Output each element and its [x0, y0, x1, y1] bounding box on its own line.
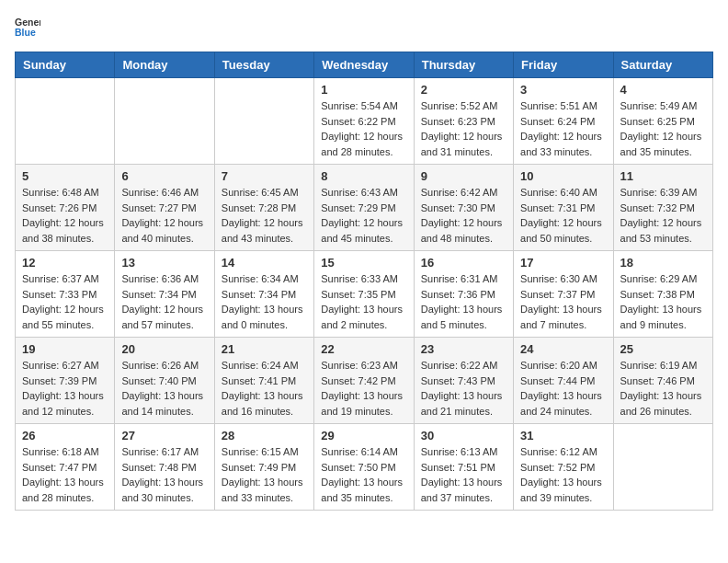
logo: General Blue [15, 15, 40, 40]
calendar-cell: 3Sunrise: 5:51 AMSunset: 6:24 PMDaylight… [514, 78, 613, 165]
calendar-cell: 14Sunrise: 6:34 AMSunset: 7:34 PMDayligh… [214, 251, 313, 338]
day-number: 23 [421, 342, 506, 356]
calendar-cell [115, 78, 214, 165]
day-info: Sunrise: 6:37 AMSunset: 7:33 PMDaylight:… [22, 271, 108, 332]
day-number: 13 [121, 256, 207, 270]
calendar-header-friday: Friday [514, 52, 613, 78]
day-number: 24 [520, 342, 606, 356]
day-number: 7 [222, 169, 307, 183]
day-info: Sunrise: 6:12 AMSunset: 7:52 PMDaylight:… [520, 444, 606, 505]
day-number: 21 [222, 342, 307, 356]
calendar-cell: 13Sunrise: 6:36 AMSunset: 7:34 PMDayligh… [115, 251, 214, 338]
day-info: Sunrise: 6:24 AMSunset: 7:41 PMDaylight:… [222, 358, 307, 419]
day-info: Sunrise: 6:18 AMSunset: 7:47 PMDaylight:… [22, 444, 108, 505]
day-number: 26 [22, 429, 108, 442]
day-info: Sunrise: 6:19 AMSunset: 7:46 PMDaylight:… [620, 358, 706, 419]
day-info: Sunrise: 6:45 AMSunset: 7:28 PMDaylight:… [222, 185, 307, 246]
day-number: 5 [22, 169, 108, 183]
day-info: Sunrise: 6:14 AMSunset: 7:50 PMDaylight:… [321, 444, 406, 505]
day-info: Sunrise: 6:46 AMSunset: 7:27 PMDaylight:… [121, 185, 207, 246]
day-info: Sunrise: 6:48 AMSunset: 7:26 PMDaylight:… [22, 185, 108, 246]
calendar-cell [214, 78, 313, 165]
calendar-cell: 24Sunrise: 6:20 AMSunset: 7:44 PMDayligh… [514, 338, 613, 424]
calendar-cell: 5Sunrise: 6:48 AMSunset: 7:26 PMDaylight… [16, 165, 115, 251]
day-number: 28 [222, 429, 307, 442]
day-info: Sunrise: 6:13 AMSunset: 7:51 PMDaylight:… [421, 444, 506, 505]
day-info: Sunrise: 6:27 AMSunset: 7:39 PMDaylight:… [22, 358, 108, 419]
day-info: Sunrise: 6:15 AMSunset: 7:49 PMDaylight:… [222, 444, 307, 505]
day-info: Sunrise: 5:54 AMSunset: 6:22 PMDaylight:… [321, 98, 406, 159]
calendar-week-row: 1Sunrise: 5:54 AMSunset: 6:22 PMDaylight… [16, 78, 713, 165]
day-number: 17 [520, 256, 606, 270]
calendar-cell: 7Sunrise: 6:45 AMSunset: 7:28 PMDaylight… [214, 165, 313, 251]
day-info: Sunrise: 6:30 AMSunset: 7:37 PMDaylight:… [520, 271, 606, 332]
calendar-cell: 21Sunrise: 6:24 AMSunset: 7:41 PMDayligh… [214, 338, 313, 424]
svg-text:Blue: Blue [15, 27, 36, 38]
calendar-header-row: SundayMondayTuesdayWednesdayThursdayFrid… [16, 52, 713, 78]
day-number: 22 [321, 342, 406, 356]
day-number: 27 [121, 429, 207, 442]
day-info: Sunrise: 6:22 AMSunset: 7:43 PMDaylight:… [421, 358, 506, 419]
day-info: Sunrise: 6:39 AMSunset: 7:32 PMDaylight:… [620, 185, 706, 246]
calendar-cell: 26Sunrise: 6:18 AMSunset: 7:47 PMDayligh… [16, 424, 115, 511]
day-info: Sunrise: 6:26 AMSunset: 7:40 PMDaylight:… [121, 358, 207, 419]
day-info: Sunrise: 5:51 AMSunset: 6:24 PMDaylight:… [520, 98, 606, 159]
calendar-cell: 28Sunrise: 6:15 AMSunset: 7:49 PMDayligh… [214, 424, 313, 511]
calendar-week-row: 19Sunrise: 6:27 AMSunset: 7:39 PMDayligh… [16, 338, 713, 424]
calendar-cell: 10Sunrise: 6:40 AMSunset: 7:31 PMDayligh… [514, 165, 613, 251]
day-number: 18 [620, 256, 706, 270]
day-number: 16 [421, 256, 506, 270]
day-number: 8 [321, 169, 406, 183]
calendar-cell: 23Sunrise: 6:22 AMSunset: 7:43 PMDayligh… [414, 338, 513, 424]
day-number: 25 [620, 342, 706, 356]
day-number: 12 [22, 256, 108, 270]
day-info: Sunrise: 6:29 AMSunset: 7:38 PMDaylight:… [620, 271, 706, 332]
day-info: Sunrise: 5:49 AMSunset: 6:25 PMDaylight:… [620, 98, 706, 159]
day-number: 19 [22, 342, 108, 356]
calendar-cell: 27Sunrise: 6:17 AMSunset: 7:48 PMDayligh… [115, 424, 214, 511]
calendar-week-row: 12Sunrise: 6:37 AMSunset: 7:33 PMDayligh… [16, 251, 713, 338]
calendar-cell: 25Sunrise: 6:19 AMSunset: 7:46 PMDayligh… [613, 338, 712, 424]
day-info: Sunrise: 6:20 AMSunset: 7:44 PMDaylight:… [520, 358, 606, 419]
calendar-header-thursday: Thursday [414, 52, 513, 78]
calendar-cell [613, 424, 712, 511]
calendar-cell: 1Sunrise: 5:54 AMSunset: 6:22 PMDaylight… [314, 78, 414, 165]
day-number: 20 [121, 342, 207, 356]
calendar-header-saturday: Saturday [613, 52, 712, 78]
day-info: Sunrise: 6:17 AMSunset: 7:48 PMDaylight:… [121, 444, 207, 505]
day-number: 15 [321, 256, 406, 270]
calendar-cell: 12Sunrise: 6:37 AMSunset: 7:33 PMDayligh… [16, 251, 115, 338]
day-info: Sunrise: 6:34 AMSunset: 7:34 PMDaylight:… [222, 271, 307, 332]
calendar-cell: 18Sunrise: 6:29 AMSunset: 7:38 PMDayligh… [613, 251, 712, 338]
day-number: 2 [421, 83, 506, 97]
calendar-week-row: 26Sunrise: 6:18 AMSunset: 7:47 PMDayligh… [16, 424, 713, 511]
calendar-cell: 15Sunrise: 6:33 AMSunset: 7:35 PMDayligh… [314, 251, 414, 338]
calendar-cell: 2Sunrise: 5:52 AMSunset: 6:23 PMDaylight… [414, 78, 513, 165]
calendar-cell: 22Sunrise: 6:23 AMSunset: 7:42 PMDayligh… [314, 338, 414, 424]
day-number: 10 [520, 169, 606, 183]
calendar-cell: 17Sunrise: 6:30 AMSunset: 7:37 PMDayligh… [514, 251, 613, 338]
day-number: 3 [520, 83, 606, 97]
day-info: Sunrise: 5:52 AMSunset: 6:23 PMDaylight:… [421, 98, 506, 159]
day-number: 30 [421, 429, 506, 442]
calendar-header-tuesday: Tuesday [214, 52, 313, 78]
day-number: 9 [421, 169, 506, 183]
calendar-header-sunday: Sunday [16, 52, 115, 78]
calendar-cell [16, 78, 115, 165]
calendar-cell: 30Sunrise: 6:13 AMSunset: 7:51 PMDayligh… [414, 424, 513, 511]
day-number: 1 [321, 83, 406, 97]
calendar-cell: 9Sunrise: 6:42 AMSunset: 7:30 PMDaylight… [414, 165, 513, 251]
day-info: Sunrise: 6:36 AMSunset: 7:34 PMDaylight:… [121, 271, 207, 332]
calendar-cell: 19Sunrise: 6:27 AMSunset: 7:39 PMDayligh… [16, 338, 115, 424]
calendar-week-row: 5Sunrise: 6:48 AMSunset: 7:26 PMDaylight… [16, 165, 713, 251]
calendar-cell: 8Sunrise: 6:43 AMSunset: 7:29 PMDaylight… [314, 165, 414, 251]
calendar-cell: 29Sunrise: 6:14 AMSunset: 7:50 PMDayligh… [314, 424, 414, 511]
logo-icon: General Blue [15, 15, 40, 40]
calendar-cell: 31Sunrise: 6:12 AMSunset: 7:52 PMDayligh… [514, 424, 613, 511]
day-number: 31 [520, 429, 606, 442]
day-info: Sunrise: 6:31 AMSunset: 7:36 PMDaylight:… [421, 271, 506, 332]
calendar-header-monday: Monday [115, 52, 214, 78]
day-info: Sunrise: 6:43 AMSunset: 7:29 PMDaylight:… [321, 185, 406, 246]
day-info: Sunrise: 6:40 AMSunset: 7:31 PMDaylight:… [520, 185, 606, 246]
calendar-cell: 6Sunrise: 6:46 AMSunset: 7:27 PMDaylight… [115, 165, 214, 251]
